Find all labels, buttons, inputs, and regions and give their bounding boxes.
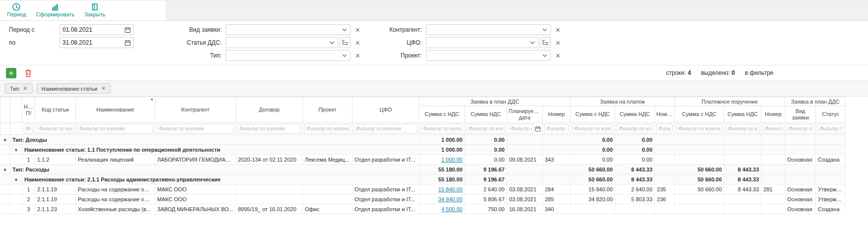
column-header[interactable]: Сумма НДС <box>724 106 761 123</box>
group-chip-label: Тип <box>10 86 19 92</box>
column-header[interactable]: Контрагент <box>155 97 236 123</box>
close-button[interactable]: Закрыть <box>80 1 109 18</box>
group-chip[interactable]: Тип✕ <box>5 83 33 94</box>
sum-link[interactable]: 15 840.00 <box>438 186 463 192</box>
column-header[interactable]: Код статьи <box>35 97 76 123</box>
column-filter-input[interactable] <box>676 124 722 133</box>
chevron-down-icon <box>342 28 347 31</box>
sum-link[interactable]: 1 000.00 <box>441 157 463 163</box>
remove-group-icon[interactable]: ✕ <box>101 85 106 92</box>
column-filter-input[interactable] <box>726 124 759 133</box>
column-filter-input[interactable] <box>304 124 350 133</box>
delete-row-button[interactable] <box>24 69 32 77</box>
group-chip[interactable]: Наименование статьи✕ <box>37 83 111 94</box>
cell: 2 <box>22 194 35 204</box>
column-filter-input[interactable] <box>77 124 153 133</box>
project-select[interactable] <box>426 50 551 61</box>
cfo-select[interactable] <box>426 37 538 48</box>
cell: Отдел разработки и IT... <box>352 204 419 214</box>
add-row-button[interactable]: + <box>6 68 16 78</box>
column-filter-input[interactable] <box>617 124 653 133</box>
grid-panel: + строки: 4 выделено: 0 в фильтре Тип✕На… <box>0 65 868 214</box>
column-header[interactable]: Планируемая дата <box>507 106 543 123</box>
cell <box>655 204 675 214</box>
generate-button[interactable]: Сформировать <box>32 1 79 18</box>
cell: 15 840.00 <box>571 184 615 194</box>
column-filter-input[interactable] <box>466 124 505 133</box>
cell: Отдел разработки и IT... <box>352 155 419 165</box>
filter-cell <box>675 123 724 135</box>
calendar-icon[interactable] <box>535 126 541 132</box>
sum-link[interactable]: 34 840.00 <box>438 196 463 202</box>
filter-cell <box>22 123 35 135</box>
cell: МАКС ООО <box>155 194 236 204</box>
column-header[interactable]: Сумма НДС <box>465 106 507 123</box>
expander-cell <box>0 145 10 155</box>
column-filter-input[interactable] <box>24 124 33 133</box>
column-header[interactable]: Сумма с НДС <box>419 106 465 123</box>
column-filter-input[interactable] <box>509 124 534 133</box>
tree-icon <box>542 40 549 46</box>
collapse-icon[interactable]: ▼ <box>14 177 18 182</box>
column-header[interactable]: Ном П/ <box>22 97 35 123</box>
collapse-icon[interactable]: ▼ <box>3 138 7 143</box>
table-row[interactable]: 32.1.1.23Хозяйственные расходы (в...ЗАВО… <box>0 204 846 214</box>
table-row[interactable]: 12.1.1.19Расходы на содержание оф...МАКС… <box>0 184 846 194</box>
calendar-icon[interactable] <box>124 40 131 46</box>
column-header[interactable]: Сумма НДС <box>615 106 655 123</box>
column-filter-input[interactable] <box>763 124 783 133</box>
cell <box>0 155 10 165</box>
cell: 50 660.00 <box>571 165 615 174</box>
column-filter-input[interactable] <box>237 124 301 133</box>
collapse-icon[interactable]: ▼ <box>3 168 7 173</box>
clear-dds-article-icon[interactable]: ✕ <box>355 40 360 46</box>
column-header[interactable]: Сумма с НДС <box>675 106 724 123</box>
column-filter-input[interactable] <box>787 124 814 133</box>
table-row[interactable]: 11.1.2Реализация лицензийЛАБОРАТОРИЯ ГЕМ… <box>0 155 846 165</box>
sum-link[interactable]: 4 500.00 <box>441 206 463 212</box>
column-header[interactable]: Номер <box>761 106 785 123</box>
column-header[interactable]: Наименование▲ <box>76 97 155 123</box>
column-header[interactable]: Сумма с НДС <box>571 106 615 123</box>
dds-article-tree-button[interactable] <box>340 37 350 48</box>
column-filter-input[interactable] <box>544 124 569 133</box>
period-to-input[interactable]: 31.08.2021 <box>59 37 134 48</box>
filter-cell <box>236 123 303 135</box>
column-header[interactable]: Вид заявки <box>785 106 816 123</box>
remove-group-icon[interactable]: ✕ <box>23 85 27 92</box>
column-header[interactable]: Номер <box>655 106 675 123</box>
column-filter-input[interactable] <box>421 124 463 133</box>
column-header[interactable]: Договор <box>236 97 303 123</box>
dds-article-select[interactable] <box>226 37 338 48</box>
column-filter-input[interactable] <box>817 124 844 133</box>
contragent-select[interactable] <box>426 24 551 35</box>
cell: 1 000.00 <box>419 145 465 155</box>
clear-cfo-icon[interactable]: ✕ <box>555 40 561 46</box>
period-button[interactable]: Период <box>3 1 30 18</box>
column-filter-input[interactable] <box>656 124 673 133</box>
period-from-input[interactable]: 01.08.2021 <box>59 24 134 35</box>
cell: 0.00 <box>465 135 507 145</box>
request-kind-select[interactable] <box>226 24 350 35</box>
table-row[interactable]: 22.1.1.19Расходы на содержание оф...МАКС… <box>0 194 846 204</box>
column-group-header: Заявка в план ДДС <box>785 97 846 106</box>
cell: 285 <box>543 194 571 204</box>
column-header[interactable]: Проект <box>303 97 352 123</box>
column-header[interactable]: ЦФО <box>352 97 419 123</box>
column-header[interactable]: Статус <box>816 106 846 123</box>
project-label: Проект: <box>361 52 426 59</box>
clear-type-icon[interactable]: ✕ <box>355 53 360 59</box>
clear-request-kind-icon[interactable]: ✕ <box>355 27 360 33</box>
type-select[interactable] <box>226 50 350 61</box>
column-filter-input[interactable] <box>157 124 234 133</box>
clear-contragent-icon[interactable]: ✕ <box>555 27 561 33</box>
collapse-icon[interactable]: ▼ <box>14 148 18 153</box>
calendar-icon[interactable] <box>124 27 131 33</box>
cell <box>761 194 785 204</box>
column-filter-input[interactable] <box>37 124 74 133</box>
cfo-tree-button[interactable] <box>540 37 551 48</box>
column-header[interactable]: Номер <box>543 106 571 123</box>
column-filter-input[interactable] <box>354 124 417 133</box>
clear-project-icon[interactable]: ✕ <box>555 53 561 59</box>
column-filter-input[interactable] <box>572 124 613 133</box>
